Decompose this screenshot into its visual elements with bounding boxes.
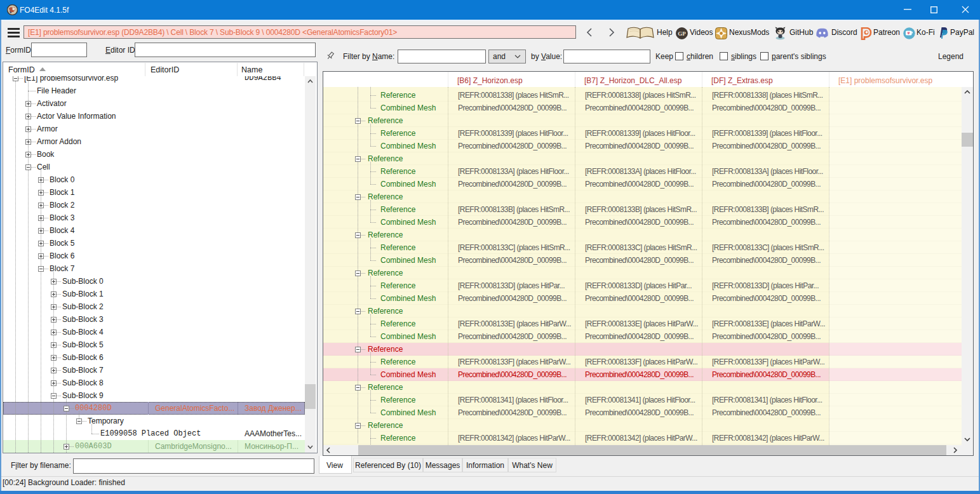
svg-text:GP: GP xyxy=(678,30,686,37)
